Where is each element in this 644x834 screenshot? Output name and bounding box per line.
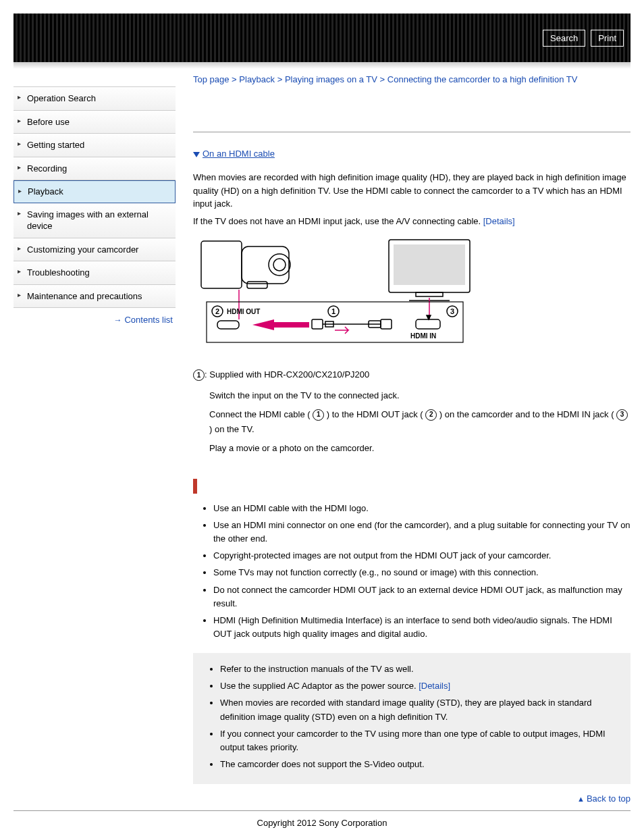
notes-heading-bar	[193, 479, 197, 494]
tip-item: Use the supplied AC Adaptor as the power…	[220, 679, 624, 693]
hdmi-in-label: HDMI IN	[410, 332, 436, 340]
breadcrumb-playback[interactable]: Playback	[239, 74, 275, 84]
anchor-label: On an HDMI cable	[203, 149, 275, 159]
sidebar-item-operation-search[interactable]: Operation Search	[14, 87, 176, 111]
svg-text:2: 2	[215, 307, 219, 315]
step-2a: Connect the HDMI cable (	[209, 409, 313, 419]
main-content: Top page > Playback > Playing images on …	[193, 74, 630, 808]
header-banner: Search Print	[14, 14, 630, 62]
step-2: Connect the HDMI cable ( 1 ) to the HDMI…	[209, 407, 630, 437]
arrow-right-icon: →	[113, 315, 122, 325]
sidebar-item-troubleshooting[interactable]: Troubleshooting	[14, 261, 176, 285]
svg-rect-18	[217, 321, 239, 329]
sidebar-item-maintenance[interactable]: Maintenance and precautions	[14, 285, 176, 309]
svg-rect-22	[312, 319, 323, 329]
details-link[interactable]: [Details]	[483, 216, 515, 226]
svg-rect-19	[416, 319, 440, 329]
svg-rect-0	[201, 241, 242, 288]
notes-list: Use an HDMI cable with the HDMI logo. Us…	[193, 502, 630, 641]
breadcrumb-playing-tv[interactable]: Playing images on a TV	[285, 74, 377, 84]
breadcrumb-sep: >	[230, 74, 240, 84]
breadcrumb-sep: >	[377, 74, 387, 84]
note-item: Use an HDMI mini connector on one end (f…	[213, 519, 630, 546]
svg-text:1: 1	[331, 307, 336, 315]
sidebar-item-before-use[interactable]: Before use	[14, 111, 176, 134]
svg-marker-20	[427, 315, 431, 319]
supplied-text: : Supplied with HDR-CX200/CX210/PJ200	[205, 369, 369, 380]
step-3: Play a movie or a photo on the camcorder…	[209, 441, 630, 456]
sidebar-item-getting-started[interactable]: Getting started	[14, 134, 176, 157]
note-item: Use an HDMI cable with the HDMI logo.	[213, 502, 630, 515]
svg-rect-6	[394, 244, 465, 285]
tips-box: Refer to the instruction manuals of the …	[193, 653, 630, 784]
sidebar-item-playback[interactable]: Playback	[14, 180, 176, 203]
step-2c: ) on the camcorder and to the HDMI IN ja…	[437, 409, 616, 419]
anchor-on-hdmi-cable[interactable]: On an HDMI cable	[193, 149, 630, 159]
divider	[193, 132, 630, 132]
step-2d: ) on the TV.	[209, 424, 254, 434]
search-button[interactable]: Search	[543, 30, 585, 47]
tip-item: The camcorder does not support the S-Vid…	[220, 758, 624, 771]
circle-3-icon: 3	[616, 409, 628, 421]
svg-marker-21	[252, 319, 309, 330]
breadcrumb-sep: >	[275, 74, 285, 84]
nav-menu: Operation Search Before use Getting star…	[14, 86, 176, 308]
sidebar-item-recording[interactable]: Recording	[14, 157, 176, 181]
sidebar: Operation Search Before use Getting star…	[14, 74, 176, 808]
svg-rect-7	[416, 292, 443, 296]
copyright: Copyright 2012 Sony Corporation	[14, 810, 630, 828]
breadcrumb-top[interactable]: Top page	[193, 74, 230, 84]
step-2b: ) to the HDMI OUT jack (	[324, 409, 425, 419]
svg-rect-1	[242, 246, 289, 284]
sidebar-item-saving-images[interactable]: Saving images with an external device	[14, 203, 176, 238]
print-button[interactable]: Print	[591, 30, 624, 47]
svg-point-2	[269, 254, 290, 276]
tip-item: If you connect your camcorder to the TV …	[220, 727, 624, 754]
note-item: Copyright-protected images are not outpu…	[213, 549, 630, 563]
triangle-down-icon	[193, 152, 200, 157]
circle-1-icon: 1	[313, 409, 324, 421]
hdmi-out-label: HDMI OUT	[227, 308, 260, 315]
circle-1-icon: 1	[193, 369, 205, 381]
svg-point-3	[273, 259, 286, 271]
step-1: Switch the input on the TV to the connec…	[209, 388, 630, 403]
svg-rect-4	[247, 282, 267, 288]
note-item: Some TVs may not function correctly (e.g…	[213, 566, 630, 579]
tip-item: When movies are recorded with standard i…	[220, 696, 624, 723]
supplied-note: 1: Supplied with HDR-CX200/CX210/PJ200	[193, 368, 630, 382]
breadcrumb-current[interactable]: Connecting the camcorder to a high defin…	[387, 74, 578, 84]
triangle-up-icon: ▲	[577, 795, 585, 803]
breadcrumb: Top page > Playback > Playing images on …	[193, 74, 630, 84]
details-link[interactable]: [Details]	[419, 681, 450, 691]
intro-paragraph-2: If the TV does not have an HDMI input ja…	[193, 215, 630, 228]
intro-paragraph-1: When movies are recorded with high defin…	[193, 171, 630, 211]
svg-rect-26	[381, 319, 392, 329]
svg-text:3: 3	[450, 307, 454, 315]
back-to-top-link[interactable]: Back to top	[587, 793, 630, 804]
contents-list-link[interactable]: Contents list	[124, 315, 173, 325]
intro-p2-text: If the TV does not have an HDMI input ja…	[193, 216, 483, 226]
circle-2-icon: 2	[425, 409, 437, 421]
tip-item: Refer to the instruction manuals of the …	[220, 662, 624, 676]
note-item: HDMI (High Definition Multimedia Interfa…	[213, 614, 630, 641]
connection-diagram: 2 1 3 HDMI OUT HDMI IN	[193, 234, 630, 356]
note-item: Do not connect the camcorder HDMI OUT ja…	[213, 583, 630, 610]
sidebar-item-customizing[interactable]: Customizing your camcorder	[14, 238, 176, 262]
tip-text: Use the supplied AC Adaptor as the power…	[220, 681, 419, 691]
